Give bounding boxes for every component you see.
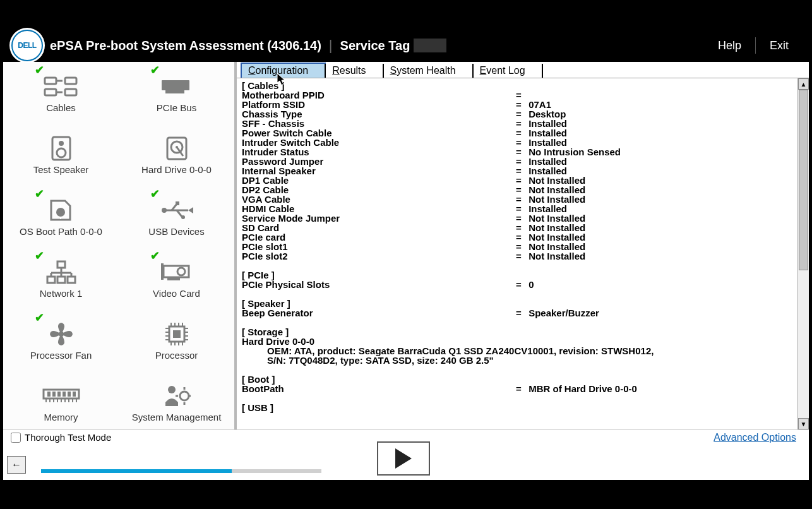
network-icon xyxy=(42,259,80,285)
section-heading: [ USB ] xyxy=(242,403,792,412)
config-row: Platform SSID= 07A1 xyxy=(242,100,792,109)
advanced-options-link[interactable]: Advanced Options xyxy=(713,432,796,443)
device-cables[interactable]: ✔Cables xyxy=(3,62,119,124)
config-row: PCIe slot2= Not Installed xyxy=(242,251,792,261)
section-heading: [ Cables ] xyxy=(242,81,792,90)
device-label: USB Devices xyxy=(148,226,204,237)
device-hard-drive[interactable]: Hard Drive 0-0-0 xyxy=(119,124,234,186)
device-label: Video Card xyxy=(153,288,200,299)
section-heading: [ Boot ] xyxy=(242,374,792,384)
tab-event-log[interactable]: Event Log xyxy=(472,64,543,78)
config-row: PCIe slot1= Not Installed xyxy=(242,242,792,251)
config-row: Motherboard PPID= xyxy=(242,90,792,100)
dell-logo: DELL xyxy=(9,28,45,63)
thorough-test-checkbox[interactable]: Thorough Test Mode xyxy=(11,432,111,443)
svg-rect-4 xyxy=(65,78,76,84)
device-processor-fan[interactable]: ✔Processor Fan xyxy=(3,309,119,371)
back-button[interactable]: ← xyxy=(7,456,26,474)
svg-rect-58 xyxy=(63,392,66,397)
device-label: Processor xyxy=(155,350,198,361)
svg-rect-60 xyxy=(73,392,76,397)
device-memory[interactable]: Memory xyxy=(3,371,119,429)
tab-bar: ConfigurationResultsSystem HealthEvent L… xyxy=(237,62,809,78)
svg-rect-22 xyxy=(57,261,65,268)
play-button[interactable] xyxy=(377,441,430,476)
svg-rect-5 xyxy=(65,89,76,95)
scroll-thumb[interactable] xyxy=(799,90,808,270)
config-extra-line: OEM: ATA, product: Seagate BarraCuda Q1 … xyxy=(242,346,792,356)
svg-rect-37 xyxy=(173,330,181,338)
device-label: OS Boot Path 0-0-0 xyxy=(20,226,102,237)
svg-rect-56 xyxy=(52,392,56,397)
check-icon: ✔ xyxy=(35,249,44,263)
progress-fill xyxy=(41,469,232,473)
device-os-boot-path[interactable]: ✔OS Boot Path 0-0-0 xyxy=(3,186,119,248)
progress-bar xyxy=(41,469,321,473)
svg-rect-34 xyxy=(167,277,180,280)
tab-configuration[interactable]: Configuration xyxy=(241,63,326,78)
check-icon: ✔ xyxy=(35,63,44,77)
device-network[interactable]: ✔Network 1 xyxy=(3,248,119,309)
thorough-checkbox-input[interactable] xyxy=(11,433,21,443)
device-video-card[interactable]: ✔Video Card xyxy=(119,248,234,309)
config-row: Password Jumper= Installed xyxy=(242,157,792,166)
check-icon: ✔ xyxy=(150,187,160,201)
tab-results[interactable]: Results xyxy=(325,64,383,78)
device-label: Hard Drive 0-0-0 xyxy=(141,164,212,175)
device-processor[interactable]: Processor xyxy=(119,309,234,371)
check-icon: ✔ xyxy=(35,187,44,201)
help-button[interactable]: Help xyxy=(704,39,755,52)
device-pcie-bus[interactable]: ✔PCIe Bus xyxy=(119,62,234,124)
config-row: Hard Drive 0-0-0 xyxy=(242,337,792,346)
config-row: SD Card= Not Installed xyxy=(242,223,792,232)
svg-point-21 xyxy=(181,215,185,219)
config-row: PCIe card= Not Installed xyxy=(242,232,792,242)
scroll-down-button[interactable]: ▼ xyxy=(798,418,809,429)
device-test-speaker[interactable]: Test Speaker xyxy=(3,124,119,186)
title-bar: DELL ePSA Pre-boot System Assessment (43… xyxy=(3,29,809,62)
check-icon: ✔ xyxy=(150,63,160,77)
config-row: Intruder Status= No Intrusion Sensed xyxy=(242,147,792,157)
svg-rect-19 xyxy=(176,201,179,205)
pcie-bus-icon xyxy=(158,73,196,100)
cables-icon xyxy=(42,73,80,100)
device-usb-devices[interactable]: ✔USB Devices xyxy=(119,186,234,248)
scroll-track[interactable] xyxy=(798,90,809,418)
device-label: Cables xyxy=(46,102,76,113)
svg-point-70 xyxy=(168,386,176,393)
play-icon xyxy=(395,448,412,469)
system-management-icon xyxy=(158,383,196,409)
scrollbar[interactable]: ▲ ▼ xyxy=(797,78,809,429)
svg-rect-24 xyxy=(57,277,65,283)
bottom-bar: Thorough Test Mode Advanced Options ← xyxy=(3,429,809,480)
section-heading: [ Storage ] xyxy=(242,327,792,337)
processor-icon xyxy=(158,321,196,347)
device-label: Memory xyxy=(44,412,78,422)
exit-button[interactable]: Exit xyxy=(756,39,803,52)
svg-rect-25 xyxy=(68,277,75,283)
config-row: Intruder Switch Cable= Installed xyxy=(242,138,792,147)
scroll-up-button[interactable]: ▲ xyxy=(798,78,809,90)
svg-rect-33 xyxy=(161,263,164,280)
check-icon: ✔ xyxy=(150,249,160,263)
configuration-detail: [ Cables ]Motherboard PPID= Platform SSI… xyxy=(237,78,797,429)
config-extra-line: S/N: 7TQ048D2, type: SATA SSD, size: 240… xyxy=(242,356,792,365)
config-row: Internal Speaker= Installed xyxy=(242,166,792,176)
usb-devices-icon xyxy=(158,197,196,224)
tab-system-health[interactable]: System Health xyxy=(383,64,474,78)
app-window: DELL ePSA Pre-boot System Assessment (43… xyxy=(3,29,809,480)
svg-rect-2 xyxy=(45,89,56,95)
svg-point-32 xyxy=(177,268,185,275)
device-system-management[interactable]: System Management xyxy=(119,371,234,429)
svg-rect-55 xyxy=(47,392,51,397)
os-boot-path-icon xyxy=(42,197,80,224)
svg-rect-59 xyxy=(68,392,71,397)
service-tag-value xyxy=(414,39,446,52)
config-row: SFF - Chassis= Installed xyxy=(242,119,792,128)
config-row: Chassis Type= Desktop xyxy=(242,109,792,119)
test-speaker-icon xyxy=(42,135,80,162)
config-row: DP2 Cable= Not Installed xyxy=(242,185,792,195)
content-area: ✔Cables✔PCIe BusTest SpeakerHard Drive 0… xyxy=(3,62,809,429)
section-heading: [ PCIe ] xyxy=(242,270,792,280)
config-row: PCIe Physical Slots= 0 xyxy=(242,280,792,289)
